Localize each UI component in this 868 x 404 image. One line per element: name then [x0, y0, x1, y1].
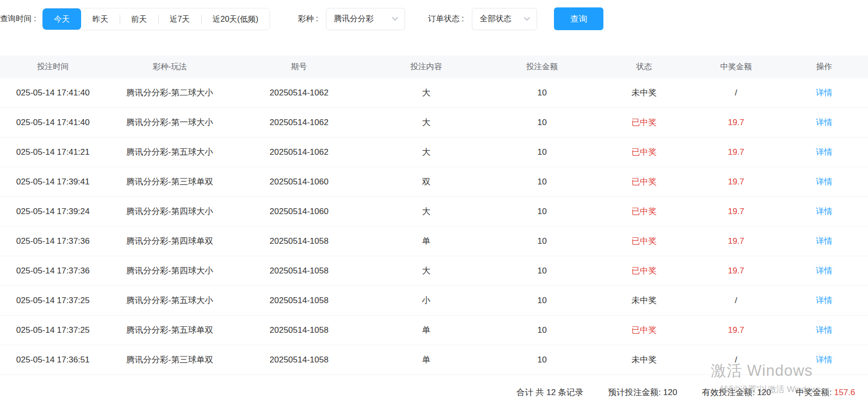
detail-link[interactable]: 详情: [816, 325, 832, 335]
tab-last-7-days[interactable]: 近7天: [158, 8, 201, 30]
issue-cell: 20250514-1058: [233, 355, 365, 365]
prize-total-label: 中奖金额:: [796, 388, 834, 397]
bet-time-cell: 025-05-14 17:41:40: [0, 88, 106, 98]
detail-link[interactable]: 详情: [816, 207, 832, 216]
issue-cell: 20250514-1058: [233, 266, 365, 276]
table-row: 025-05-14 17:39:24腾讯分分彩-第四球大小20250514-10…: [0, 197, 868, 226]
bet-amount-cell: 10: [488, 355, 596, 365]
bet-content-cell: 双: [365, 176, 488, 187]
bet-time-cell: 025-05-14 17:39:41: [0, 177, 106, 187]
detail-link[interactable]: 详情: [816, 296, 832, 305]
table-row: 025-05-14 17:37:36腾讯分分彩-第四球大小20250514-10…: [0, 256, 868, 286]
issue-cell: 20250514-1062: [233, 147, 365, 157]
header-action: 操作: [780, 62, 868, 72]
table-row: 025-05-14 17:41:40腾讯分分彩-第二球大小20250514-10…: [0, 78, 868, 108]
bet-time-cell: 025-05-14 17:36:51: [0, 355, 106, 365]
status-cell: 已中奖: [596, 265, 692, 276]
bet-time-cell: 025-05-14 17:39:24: [0, 207, 106, 217]
order-status-label: 订单状态 :: [428, 14, 464, 24]
play-type-cell: 腾讯分分彩-第四球单双: [106, 235, 233, 247]
bet-content-cell: 小: [365, 295, 488, 306]
bet-amount-cell: 10: [488, 177, 596, 187]
prize-cell: 19.7: [692, 325, 780, 335]
header-status: 状态: [596, 62, 692, 72]
tab-today[interactable]: 今天: [43, 8, 81, 30]
detail-link[interactable]: 详情: [816, 236, 832, 246]
status-cell: 已中奖: [596, 206, 692, 217]
tab-yesterday[interactable]: 昨天: [81, 8, 120, 30]
table-row: 025-05-14 17:37:36腾讯分分彩-第四球单双20250514-10…: [0, 226, 868, 256]
status-cell: 未中奖: [596, 354, 692, 365]
action-cell: 详情: [780, 176, 868, 187]
chevron-down-icon: [392, 14, 398, 21]
detail-link[interactable]: 详情: [816, 118, 832, 127]
prize-total: 中奖金额: 157.6: [796, 387, 855, 398]
lottery-type-select[interactable]: 腾讯分分彩: [326, 8, 405, 30]
total-records: 合计 共 12 条记录: [516, 387, 583, 398]
prize-cell: /: [692, 88, 780, 98]
status-cell: 已中奖: [596, 117, 692, 128]
detail-link[interactable]: 详情: [816, 147, 832, 157]
header-bet-content: 投注内容: [365, 62, 488, 72]
play-type-cell: 腾讯分分彩-第三球单双: [106, 176, 233, 187]
bet-amount-cell: 10: [488, 118, 596, 128]
detail-link[interactable]: 详情: [816, 88, 832, 97]
prize-cell: 19.7: [692, 177, 780, 187]
bet-time-cell: 025-05-14 17:37:36: [0, 266, 106, 276]
header-issue: 期号: [233, 62, 365, 72]
valid-bet-amount: 有效投注金额: 120: [702, 387, 771, 398]
status-cell: 未中奖: [596, 87, 692, 98]
bet-time-cell: 025-05-14 17:37:25: [0, 296, 106, 306]
play-type-cell: 腾讯分分彩-第五球单双: [106, 324, 233, 336]
prize-total-value: 157.6: [834, 388, 855, 397]
issue-cell: 20250514-1060: [233, 207, 365, 217]
detail-link[interactable]: 详情: [816, 355, 832, 364]
header-prize: 中奖金额: [692, 62, 780, 72]
bet-amount-cell: 10: [488, 147, 596, 157]
issue-cell: 20250514-1062: [233, 88, 365, 98]
bet-amount-cell: 10: [488, 207, 596, 217]
status-cell: 未中奖: [596, 295, 692, 306]
tab-day-before[interactable]: 前天: [120, 8, 158, 30]
action-cell: 详情: [780, 265, 868, 276]
query-time-label: 查询时间 :: [0, 14, 36, 24]
bet-time-cell: 025-05-14 17:37:25: [0, 325, 106, 335]
bet-content-cell: 单: [365, 235, 488, 247]
summary-bar: 合计 共 12 条记录 预计投注金额: 120 有效投注金额: 120 中奖金额…: [516, 387, 855, 398]
tab-last-20-days[interactable]: 近20天(低频): [201, 8, 270, 30]
order-status-select[interactable]: 全部状态: [472, 8, 537, 30]
table-body: 025-05-14 17:41:40腾讯分分彩-第二球大小20250514-10…: [0, 78, 868, 375]
lottery-type-label: 彩种 :: [298, 14, 318, 24]
bet-amount-cell: 10: [488, 88, 596, 98]
header-play-type: 彩种-玩法: [106, 62, 233, 72]
detail-link[interactable]: 详情: [816, 177, 832, 186]
chevron-down-icon: [524, 14, 530, 21]
table-row: 025-05-14 17:37:25腾讯分分彩-第五球大小20250514-10…: [0, 286, 868, 315]
play-type-cell: 腾讯分分彩-第一球大小: [106, 117, 233, 128]
issue-cell: 20250514-1058: [233, 296, 365, 306]
action-cell: 详情: [780, 206, 868, 217]
query-button[interactable]: 查询: [554, 7, 603, 30]
status-cell: 已中奖: [596, 235, 692, 247]
orders-table: 投注时间 彩种-玩法 期号 投注内容 投注金额 状态 中奖金额 操作 025-0…: [0, 55, 868, 375]
issue-cell: 20250514-1060: [233, 177, 365, 187]
prize-cell: 19.7: [692, 236, 780, 246]
table-row: 025-05-14 17:37:25腾讯分分彩-第五球单双20250514-10…: [0, 315, 868, 345]
prize-cell: 19.7: [692, 118, 780, 128]
status-cell: 已中奖: [596, 176, 692, 187]
prize-cell: 19.7: [692, 266, 780, 276]
table-row: 025-05-14 17:41:40腾讯分分彩-第一球大小20250514-10…: [0, 108, 868, 137]
bet-amount-cell: 10: [488, 236, 596, 246]
expected-bet-amount: 预计投注金额: 120: [608, 387, 677, 398]
play-type-cell: 腾讯分分彩-第五球大小: [106, 146, 233, 158]
action-cell: 详情: [780, 295, 868, 306]
lottery-type-value: 腾讯分分彩: [334, 14, 373, 24]
prize-cell: /: [692, 296, 780, 306]
bet-amount-cell: 10: [488, 296, 596, 306]
table-row: 025-05-14 17:36:51腾讯分分彩-第三球单双20250514-10…: [0, 345, 868, 375]
detail-link[interactable]: 详情: [816, 266, 832, 275]
play-type-cell: 腾讯分分彩-第二球大小: [106, 87, 233, 98]
bet-time-cell: 025-05-14 17:37:36: [0, 236, 106, 246]
bet-amount-cell: 10: [488, 266, 596, 276]
filter-bar: 查询时间 : 今天 昨天 前天 近7天 近20天(低频) 彩种 : 腾讯分分彩 …: [0, 0, 868, 37]
